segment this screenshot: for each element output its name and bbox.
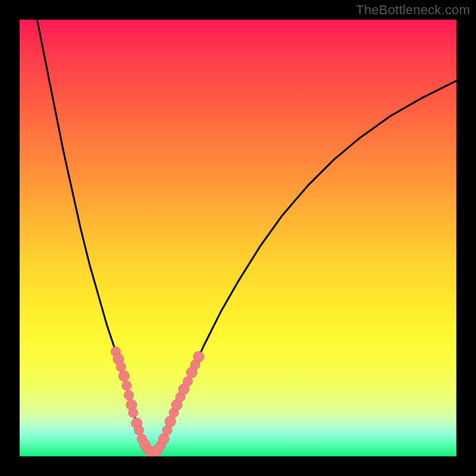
data-marker [118, 371, 129, 381]
data-marker [134, 425, 143, 435]
chart-frame: TheBottleneck.com [0, 0, 476, 476]
data-marker [124, 390, 134, 400]
plot-area [20, 20, 456, 456]
bottleneck-curve [37, 20, 456, 452]
data-marker [193, 352, 204, 362]
curve-path [37, 20, 456, 452]
marker-group [111, 347, 204, 456]
data-marker [116, 362, 126, 372]
watermark-text: TheBottleneck.com [356, 2, 470, 18]
data-marker [129, 408, 138, 418]
data-marker [122, 381, 131, 390]
chart-svg [20, 20, 456, 456]
